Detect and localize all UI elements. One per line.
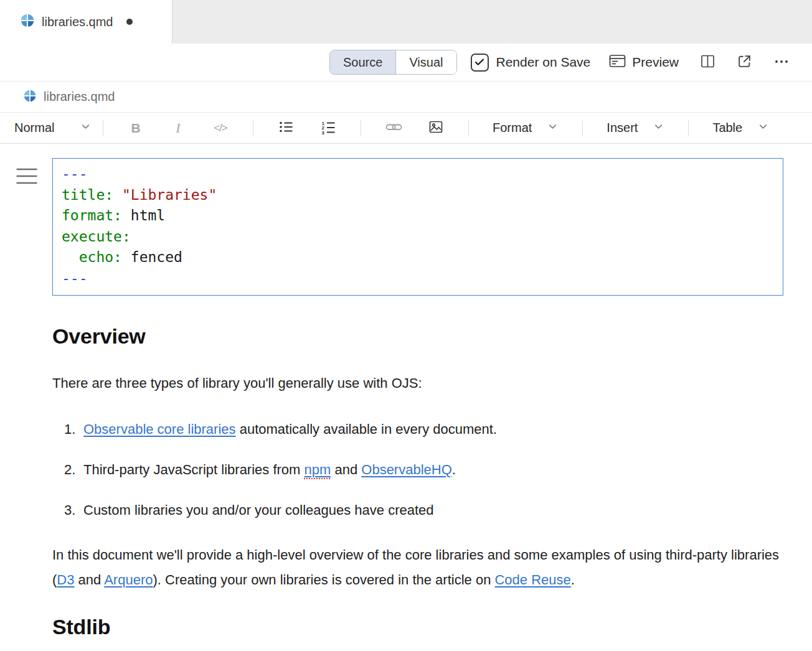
- hamburger-icon: [16, 167, 37, 185]
- bullet-list-icon: [278, 119, 294, 136]
- table-menu-label: Table: [712, 121, 742, 135]
- breadcrumb-filename: libraries.qmd: [44, 90, 115, 104]
- toolbar-divider: [688, 120, 689, 136]
- breadcrumb: libraries.qmd: [0, 82, 812, 113]
- paragraph-style-value: Normal: [14, 121, 54, 135]
- link-npm[interactable]: npm: [304, 462, 331, 477]
- yaml-front-matter-block[interactable]: --- title: "Libraries" format: html exec…: [52, 158, 783, 296]
- tab-libraries-qmd[interactable]: libraries.qmd: [0, 0, 172, 44]
- yaml-line: title: "Libraries": [62, 185, 774, 206]
- editor-toolbar: Source Visual Render on Save Preview: [0, 44, 812, 82]
- list-item-text: automatically available in every documen…: [236, 421, 497, 437]
- code-button[interactable]: </>: [199, 116, 242, 141]
- ellipsis-icon: [773, 54, 790, 71]
- svg-text:3: 3: [321, 130, 324, 135]
- list-item-text: Third-party JavaScript libraries from: [83, 462, 304, 477]
- link-observable-core-libraries[interactable]: Observable core libraries: [83, 421, 236, 437]
- numbered-list-icon: 123: [321, 119, 336, 136]
- more-actions-button[interactable]: [771, 52, 792, 73]
- italic-icon: I: [176, 120, 180, 136]
- heading-overview: Overview: [52, 324, 783, 349]
- yaml-line: echo: fenced: [62, 247, 774, 268]
- external-link-icon: [737, 54, 752, 71]
- toolbar-divider: [253, 120, 253, 136]
- preview-button[interactable]: Preview: [609, 54, 679, 71]
- visual-editor-body[interactable]: --- title: "Libraries" format: html exec…: [0, 144, 812, 639]
- image-button[interactable]: [415, 116, 457, 141]
- intro-paragraph: There are three types of library you'll …: [52, 373, 783, 393]
- bold-icon: B: [131, 121, 140, 136]
- link-d3[interactable]: D3: [57, 572, 74, 588]
- yaml-line: ---: [62, 164, 774, 185]
- formatting-toolbar: Normal B I </> 123: [0, 113, 812, 144]
- toolbar-divider: [582, 120, 583, 136]
- format-menu[interactable]: Format: [480, 121, 571, 136]
- table-menu[interactable]: Table: [700, 121, 781, 136]
- list-item-text: and: [331, 462, 361, 477]
- render-on-save-checkbox[interactable]: [471, 54, 489, 72]
- link-observablehq[interactable]: ObservableHQ: [361, 462, 452, 477]
- paragraph-text: and: [74, 572, 104, 588]
- mode-toggle: Source Visual: [329, 50, 457, 75]
- numbered-list: 1.Observable core libraries automaticall…: [52, 419, 783, 520]
- checkmark-icon: [474, 57, 485, 68]
- link-arquero[interactable]: Arquero: [104, 572, 153, 588]
- yaml-line: ---: [62, 268, 774, 289]
- split-editor-icon: [700, 54, 715, 71]
- source-mode-button[interactable]: Source: [330, 50, 396, 74]
- toolbar-divider: [103, 120, 103, 136]
- unsaved-changes-dot[interactable]: [126, 19, 133, 25]
- code-icon: </>: [214, 122, 227, 134]
- tab-title: libraries.qmd: [42, 15, 113, 29]
- yaml-line: execute:: [62, 227, 774, 248]
- list-item-text: Custom libraries you and/or your colleag…: [83, 502, 434, 518]
- list-number: 1.: [64, 419, 75, 439]
- bold-button[interactable]: B: [115, 116, 157, 141]
- toolbar-divider: [468, 120, 469, 136]
- link-code-reuse[interactable]: Code Reuse: [494, 572, 570, 588]
- paragraph-text: ). Creating your own libraries is covere…: [153, 572, 494, 588]
- link-button[interactable]: [372, 116, 415, 141]
- block-drag-handle[interactable]: [16, 167, 37, 187]
- render-on-save-label: Render on Save: [496, 55, 591, 70]
- chevron-down-icon: [547, 121, 559, 136]
- chevron-down-icon: [80, 121, 92, 136]
- preview-icon: [609, 54, 626, 71]
- closing-paragraph: In this document we'll provide a high-le…: [52, 543, 783, 592]
- quarto-breadcrumb-icon: [24, 90, 36, 105]
- format-menu-label: Format: [493, 121, 532, 135]
- open-external-button[interactable]: [734, 51, 755, 73]
- bullet-list-button[interactable]: [265, 116, 307, 141]
- paragraph-text: .: [571, 572, 575, 588]
- chevron-down-icon: [653, 121, 664, 136]
- italic-button[interactable]: I: [157, 116, 199, 141]
- numbered-list-button[interactable]: 123: [307, 116, 349, 141]
- list-item: 1.Observable core libraries automaticall…: [52, 419, 783, 439]
- list-item: 2.Third-party JavaScript libraries from …: [52, 460, 783, 480]
- preview-label: Preview: [632, 55, 679, 70]
- yaml-line: format: html: [62, 205, 774, 227]
- list-number: 2.: [64, 460, 75, 480]
- chevron-down-icon: [757, 121, 769, 136]
- insert-menu[interactable]: Insert: [594, 121, 677, 136]
- list-item-text: .: [452, 462, 456, 477]
- tab-bar: libraries.qmd: [0, 0, 812, 44]
- quarto-file-icon: [21, 14, 34, 30]
- paragraph-style-dropdown[interactable]: Normal: [14, 121, 92, 136]
- toolbar-divider: [361, 120, 361, 136]
- split-editor-button[interactable]: [697, 51, 718, 73]
- list-number: 3.: [64, 500, 75, 520]
- link-icon: [385, 119, 402, 136]
- insert-menu-label: Insert: [607, 121, 638, 135]
- render-on-save-toggle[interactable]: Render on Save: [471, 54, 591, 72]
- list-item: 3.Custom libraries you and/or your colle…: [52, 500, 783, 520]
- image-icon: [428, 119, 443, 136]
- quarto-editor-window: libraries.qmd Source Visual Render on Sa…: [0, 0, 812, 651]
- spellcheck-underline: npm: [304, 462, 331, 477]
- visual-mode-button[interactable]: Visual: [396, 50, 456, 74]
- heading-stdlib: Stdlib: [52, 615, 783, 639]
